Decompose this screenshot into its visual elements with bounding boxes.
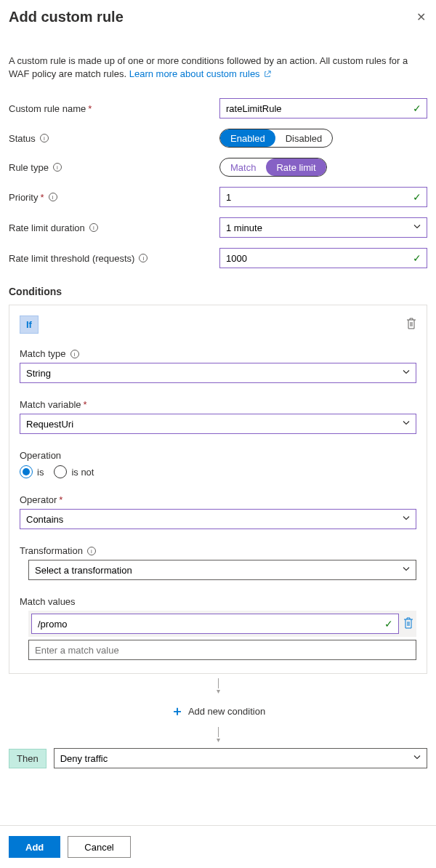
learn-more-text: Learn more about custom rules (129, 68, 260, 79)
info-icon[interactable]: i (89, 223, 98, 232)
priority-input[interactable] (219, 187, 427, 207)
then-badge: Then (9, 749, 47, 768)
ruletype-ratelimit[interactable]: Rate limit (266, 158, 326, 176)
delete-condition-button[interactable] (406, 318, 416, 331)
info-icon[interactable]: i (87, 547, 96, 555)
radio-unchecked-icon (54, 465, 67, 478)
operation-is-label: is (37, 467, 44, 478)
required-asterisk: * (88, 103, 92, 114)
add-condition-button[interactable]: ＋ Add new condition (9, 699, 427, 723)
operator-label: Operator (20, 494, 57, 505)
connector: ▾ (9, 727, 427, 744)
status-toggle[interactable]: Enabled Disabled (219, 129, 333, 148)
info-icon[interactable]: i (49, 193, 57, 201)
matchvar-select[interactable]: RequestUri (20, 414, 416, 434)
ruletype-match[interactable]: Match (220, 158, 266, 176)
footer: Add Cancel (0, 825, 436, 827)
priority-label: Priority (9, 192, 38, 203)
match-value-input-new[interactable] (28, 640, 416, 660)
conditions-heading: Conditions (9, 286, 427, 297)
match-value-input-0[interactable] (31, 614, 399, 634)
close-icon[interactable]: ✕ (415, 9, 427, 25)
matchtype-select[interactable]: String (20, 363, 416, 383)
radio-checked-icon (20, 465, 33, 478)
duration-label: Rate limit duration (9, 222, 85, 233)
plus-icon: ＋ (171, 702, 184, 720)
trash-icon (403, 617, 413, 629)
trash-icon (406, 318, 416, 329)
operation-isnot-label: is not (71, 467, 94, 478)
matchvar-label: Match variable (20, 399, 81, 410)
description-text: A custom rule is made up of one or more … (9, 55, 427, 81)
required-asterisk: * (84, 399, 87, 410)
threshold-label: Rate limit threshold (requests) (9, 253, 134, 264)
matchvalues-label: Match values (20, 596, 76, 607)
info-icon[interactable]: i (139, 254, 148, 262)
ruletype-label: Rule type (9, 162, 49, 173)
then-action-select[interactable]: Deny traffic (54, 748, 427, 768)
matchtype-label: Match type (20, 348, 66, 359)
if-badge: If (20, 316, 39, 334)
name-label: Custom rule name (9, 103, 86, 114)
learn-more-link[interactable]: Learn more about custom rules (129, 68, 272, 79)
add-condition-label: Add new condition (188, 706, 265, 717)
ruletype-toggle[interactable]: Match Rate limit (219, 158, 327, 177)
operator-select[interactable]: Contains (20, 509, 416, 529)
required-asterisk: * (40, 192, 44, 203)
delete-match-value-button[interactable] (403, 617, 413, 631)
duration-select[interactable]: 1 minute (219, 217, 427, 238)
required-asterisk: * (59, 494, 62, 505)
connector: ▾ (9, 678, 427, 695)
external-link-icon (264, 71, 271, 78)
status-label: Status (9, 133, 36, 144)
custom-rule-name-input[interactable] (219, 98, 427, 118)
transform-label: Transformation (20, 545, 83, 556)
transform-select[interactable]: Select a transformation (28, 560, 416, 580)
operation-isnot-radio[interactable]: is not (54, 465, 94, 478)
info-icon[interactable]: i (53, 163, 62, 172)
threshold-input[interactable] (219, 248, 427, 268)
operation-is-radio[interactable]: is (20, 465, 44, 478)
condition-block: If Match typei String Match variable* Re… (9, 305, 427, 674)
status-enabled[interactable]: Enabled (220, 129, 275, 147)
info-icon[interactable]: i (40, 134, 49, 142)
info-icon[interactable]: i (70, 350, 79, 358)
status-disabled[interactable]: Disabled (275, 129, 333, 147)
operation-label: Operation (20, 450, 61, 461)
page-title: Add custom rule (9, 9, 124, 25)
